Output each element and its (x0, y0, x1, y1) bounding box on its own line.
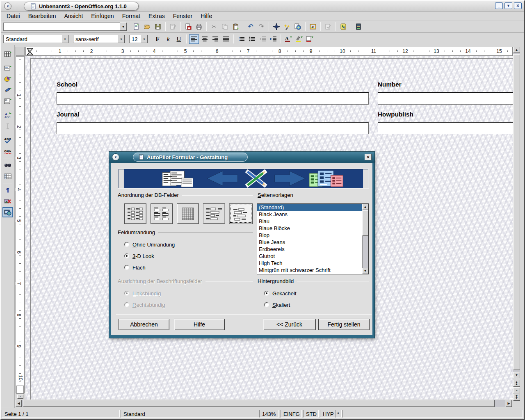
spellcheck-button[interactable]: ABC (2, 135, 13, 145)
font-name-combo[interactable]: sans-serif ▼ (73, 35, 125, 43)
status-selection-mode[interactable]: STD (303, 410, 319, 418)
radio-tiled[interactable]: Gekachelt (264, 290, 297, 297)
radio-3d-look[interactable]: 3-D Look (124, 253, 154, 259)
bullets-button[interactable] (247, 34, 257, 44)
horizontal-ruler[interactable]: 1 2 3 4 5 6 7 8 9 10 11 12 13 14 15 (25, 47, 513, 56)
highlighting-button[interactable] (294, 34, 304, 44)
align-center-button[interactable] (200, 34, 210, 44)
title-pill[interactable]: Unbenannt3 - OpenOffice.org 1.1.0 (24, 2, 139, 11)
back-button[interactable]: << Zurück (263, 319, 316, 330)
menu-datei[interactable]: Datei (2, 12, 24, 20)
status-insert-mode[interactable]: EINFG (281, 410, 302, 418)
arrangement-as-table-button[interactable] (177, 203, 199, 224)
navigation-dot-button[interactable]: ● (513, 387, 520, 393)
insert-table-button[interactable] (2, 49, 13, 59)
save-button[interactable] (153, 22, 163, 32)
dialog-titlebar[interactable]: ▼ AutoPilot Formular - Gestaltung × (109, 152, 374, 163)
style-combo-arrow-icon[interactable]: ▼ (62, 35, 68, 43)
menu-hilfe[interactable]: Hilfe (196, 12, 216, 20)
decrease-indent-button[interactable] (258, 34, 267, 44)
cut-button[interactable]: ✂ (209, 22, 219, 32)
underline-button[interactable]: U (174, 34, 184, 44)
close-button[interactable]: × (514, 2, 522, 9)
font-color-button[interactable]: A (283, 34, 293, 44)
list-item[interactable]: Blaue Blöcke (257, 225, 362, 232)
export-pdf-button[interactable] (183, 22, 193, 32)
ruler-mini-button[interactable]: - (17, 395, 23, 399)
size-combo-arrow-icon[interactable]: ▼ (141, 35, 148, 43)
direct-cursor-button[interactable] (2, 121, 13, 131)
gallery-button[interactable] (308, 22, 318, 32)
radio-flat[interactable]: Flach (124, 264, 146, 271)
paragraph-background-button[interactable] (305, 34, 315, 44)
scroll-right-button[interactable]: ▶ (506, 400, 512, 407)
list-item[interactable]: Erdbeereis (257, 246, 362, 253)
dialog-close-button[interactable]: × (365, 154, 372, 160)
font-size-combo[interactable]: 12 ▼ (129, 35, 148, 43)
navigator-button[interactable] (272, 22, 281, 32)
vertical-ruler[interactable]: 1 2 3 4 5 6 7 8 9 10 (16, 56, 25, 393)
copy-button[interactable] (220, 22, 230, 32)
undo-button[interactable]: ↶ (246, 22, 256, 32)
page-styles-listbox[interactable]: (Standard) Black Jeans Blau Blaue Blöcke… (257, 203, 369, 274)
form-functions-button[interactable] (2, 96, 13, 106)
list-item[interactable]: Mintgrün mit schwarzer Schrift (257, 267, 362, 274)
graphics-toggle-button[interactable] (2, 196, 13, 206)
italic-button[interactable]: k (163, 34, 173, 44)
list-item[interactable]: High Tech (257, 260, 362, 267)
menu-fenster[interactable]: Fenster (169, 12, 196, 20)
open-button[interactable] (142, 22, 152, 32)
data-sources-button[interactable] (354, 22, 363, 32)
status-zoom[interactable]: 143% (259, 410, 279, 418)
scroll-left-button[interactable]: ◀ (16, 400, 22, 407)
list-scrollbar[interactable]: ▲ ▼ (362, 204, 368, 274)
bookmark-navigation-button[interactable] (338, 22, 348, 32)
menu-format[interactable]: Format (118, 12, 144, 20)
list-item[interactable]: Glutrot (257, 253, 362, 260)
font-combo-arrow-icon[interactable]: ▼ (118, 35, 125, 43)
list-scroll-down-button[interactable]: ▼ (362, 268, 368, 274)
new-document-button[interactable] (132, 22, 142, 32)
vertical-scrollbar-thumb[interactable] (513, 54, 520, 370)
menu-einfuegen[interactable]: Einfügen (87, 12, 118, 20)
arrangement-columns-labels-top-button[interactable] (151, 203, 173, 224)
print-button[interactable] (194, 22, 204, 32)
previous-page-button[interactable]: ▲▲ (513, 380, 520, 387)
align-right-button[interactable] (210, 34, 220, 44)
numbering-button[interactable] (236, 34, 246, 44)
edit-file-button[interactable] (168, 22, 178, 32)
online-layout-button[interactable] (2, 207, 13, 217)
list-item[interactable]: (Standard) (257, 204, 362, 211)
paragraph-style-combo[interactable]: Standard ▼ (3, 35, 69, 43)
list-scrollbar-thumb[interactable] (362, 210, 368, 236)
url-input[interactable] (3, 23, 120, 31)
minimize-button[interactable]: _ (495, 2, 503, 9)
autotext-button[interactable]: AABC (2, 110, 13, 120)
bold-button[interactable]: F (153, 34, 162, 44)
menu-bearbeiten[interactable]: Bearbeiten (24, 12, 60, 20)
insert-frame-button[interactable] (2, 63, 13, 73)
hyperlink-button[interactable] (293, 22, 303, 32)
list-item[interactable]: Blue Jeans (257, 239, 362, 246)
status-page-style[interactable]: Standard (121, 410, 259, 418)
justify-button[interactable] (221, 34, 231, 44)
arrangement-free-button[interactable] (229, 203, 253, 224)
increase-indent-button[interactable] (268, 34, 278, 44)
list-item[interactable]: Black Jeans (257, 211, 362, 218)
redo-button[interactable]: ↷ (256, 22, 266, 32)
finish-button[interactable]: Fertig stellen (318, 319, 370, 330)
status-hyperlink-mode[interactable]: HYP (320, 410, 335, 418)
data-sources-view-button[interactable] (2, 171, 13, 181)
url-combo-arrow-icon[interactable]: ▼ (120, 23, 127, 31)
radio-scaled[interactable]: Skaliert (264, 301, 290, 308)
align-left-button[interactable] (189, 34, 199, 44)
nonprinting-chars-button[interactable]: ¶ (2, 185, 13, 195)
help-button[interactable]: Hilfe (174, 319, 225, 330)
window-menu-button[interactable]: ▼ (4, 2, 11, 10)
horizontal-scrollbar-thumb[interactable] (23, 400, 495, 407)
school-field-input[interactable] (57, 92, 369, 105)
auto-spellcheck-button[interactable]: ABC (2, 146, 13, 156)
howpublish-field-input[interactable] (378, 122, 513, 134)
draw-functions-button[interactable] (2, 85, 13, 95)
menu-extras[interactable]: Extras (144, 12, 169, 20)
